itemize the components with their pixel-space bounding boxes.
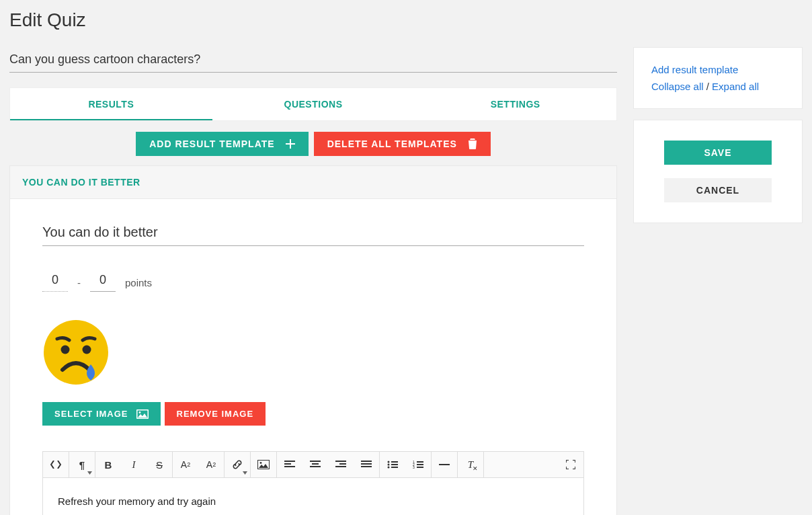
collapse-all-link[interactable]: Collapse all bbox=[651, 81, 704, 92]
code-view-icon[interactable] bbox=[43, 452, 69, 477]
align-right-button[interactable] bbox=[328, 452, 354, 477]
svg-point-7 bbox=[260, 462, 262, 464]
result-template-card: YOU CAN DO IT BETTER - points bbox=[9, 165, 617, 515]
points-dash: - bbox=[77, 277, 81, 288]
image-icon bbox=[136, 409, 149, 419]
align-center-button[interactable] bbox=[302, 452, 328, 477]
fullscreen-button[interactable] bbox=[558, 452, 583, 477]
points-label: points bbox=[125, 277, 152, 288]
svg-point-0 bbox=[44, 320, 108, 385]
side-actions-card: SAVE CANCEL bbox=[633, 120, 803, 223]
svg-point-2 bbox=[83, 346, 91, 354]
svg-point-10 bbox=[388, 467, 390, 469]
link-separator: / bbox=[704, 81, 713, 92]
select-image-button[interactable]: SELECT IMAGE bbox=[42, 402, 161, 426]
superscript-button[interactable]: A2 bbox=[173, 452, 198, 477]
svg-point-1 bbox=[61, 346, 70, 354]
page-title: Edit Quiz bbox=[9, 9, 617, 31]
side-links-card: Add result template Collapse all / Expan… bbox=[633, 47, 803, 109]
plus-icon bbox=[286, 139, 295, 149]
clear-format-button[interactable]: T✕ bbox=[458, 452, 483, 477]
unordered-list-button[interactable] bbox=[380, 452, 405, 477]
sad-face-emoji-icon bbox=[42, 319, 110, 386]
align-justify-button[interactable] bbox=[354, 452, 379, 477]
expand-all-link[interactable]: Expand all bbox=[712, 81, 759, 92]
add-result-template-label: ADD RESULT TEMPLATE bbox=[149, 138, 274, 149]
save-button[interactable]: SAVE bbox=[664, 141, 772, 165]
delete-all-templates-label: DELETE ALL TEMPLATES bbox=[327, 138, 457, 149]
align-left-button[interactable] bbox=[277, 452, 302, 477]
subscript-button[interactable]: A2 bbox=[198, 452, 224, 477]
remove-image-button[interactable]: REMOVE IMAGE bbox=[165, 402, 266, 426]
svg-text:3: 3 bbox=[413, 465, 415, 469]
svg-point-9 bbox=[388, 464, 390, 466]
quiz-name-input[interactable] bbox=[9, 50, 617, 73]
select-image-label: SELECT IMAGE bbox=[54, 409, 128, 419]
svg-point-5 bbox=[138, 411, 140, 413]
tab-settings[interactable]: SETTINGS bbox=[414, 88, 616, 120]
paragraph-format-icon[interactable]: ¶ bbox=[69, 452, 95, 477]
result-card-header[interactable]: YOU CAN DO IT BETTER bbox=[10, 166, 616, 199]
points-range: - points bbox=[42, 273, 584, 292]
tabs: RESULTS QUESTIONS SETTINGS bbox=[9, 87, 617, 121]
points-to-input[interactable] bbox=[90, 273, 116, 292]
result-image-preview bbox=[42, 319, 584, 386]
editor-content[interactable]: Refresh your memory and try again bbox=[43, 478, 583, 515]
tab-questions[interactable]: QUESTIONS bbox=[212, 88, 415, 120]
link-button[interactable] bbox=[225, 452, 250, 477]
insert-image-button[interactable] bbox=[251, 452, 276, 477]
editor-toolbar: ¶ B I S A2 A2 bbox=[43, 452, 583, 478]
strike-button[interactable]: S bbox=[147, 452, 172, 477]
bold-button[interactable]: B bbox=[95, 452, 121, 477]
remove-image-label: REMOVE IMAGE bbox=[177, 409, 254, 419]
italic-button[interactable]: I bbox=[121, 452, 147, 477]
add-result-template-button[interactable]: ADD RESULT TEMPLATE bbox=[136, 132, 308, 156]
ordered-list-button[interactable]: 123 bbox=[405, 452, 431, 477]
points-from-input[interactable] bbox=[42, 273, 68, 292]
cancel-button[interactable]: CANCEL bbox=[664, 178, 772, 202]
svg-point-8 bbox=[388, 461, 390, 463]
trash-icon bbox=[468, 138, 477, 149]
horizontal-rule-button[interactable] bbox=[432, 452, 457, 477]
rich-text-editor: ¶ B I S A2 A2 bbox=[42, 451, 584, 515]
add-result-template-link[interactable]: Add result template bbox=[651, 64, 738, 75]
tab-results[interactable]: RESULTS bbox=[10, 88, 212, 120]
delete-all-templates-button[interactable]: DELETE ALL TEMPLATES bbox=[314, 132, 491, 156]
result-title-input[interactable] bbox=[42, 223, 584, 246]
